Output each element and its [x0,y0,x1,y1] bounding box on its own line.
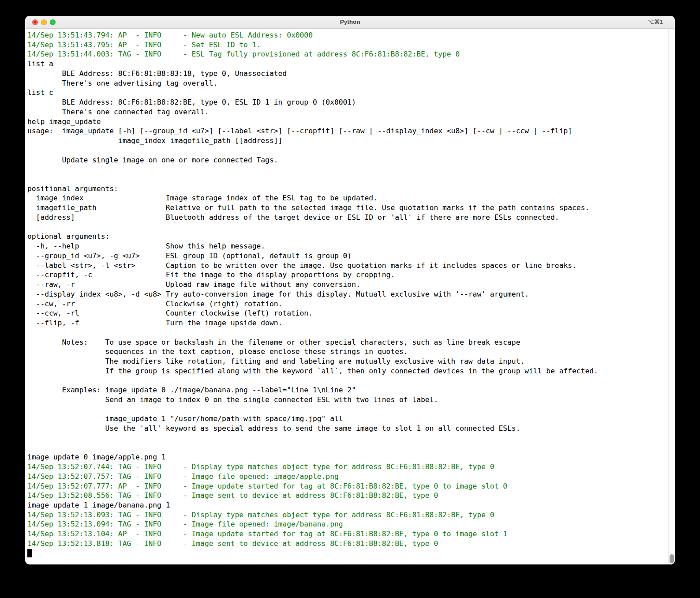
window-shortcut-hint: ⌥⌘1 [648,16,663,28]
terminal-line [27,405,675,414]
terminal-line: --label <str>, -l <str> Caption to be wr… [27,261,675,271]
terminal-line [27,165,675,174]
terminal-content[interactable]: 14/Sep 13:51:43.794: AP - INFO - New aut… [25,29,675,564]
log-line: 14/Sep 13:52:13.093: TAG - INFO - Displa… [27,510,675,520]
terminal-line: --cropfit, -c Fit the image to the displ… [27,270,675,280]
log-line: 14/Sep 13:51:43.795: AP - INFO - Set ESL… [27,40,675,50]
terminal-line: BLE Address: 8C:F6:81:B8:83:18, type 0, … [27,69,675,79]
terminal-line: optional arguments: [27,232,675,241]
log-line: 14/Sep 13:52:07.757: TAG - INFO - Image … [27,472,675,481]
terminal-line: list c [27,88,675,98]
text-cursor [27,549,32,557]
terminal-line [27,443,675,453]
terminal-line: --ccw, -rl Counter clockwise (left) rota… [27,308,675,318]
log-line: 14/Sep 13:52:13.104: AP - INFO - Image u… [27,529,675,539]
terminal-line: --raw, -r Upload raw image file without … [27,280,675,290]
terminal-line [27,174,675,184]
log-line: 14/Sep 13:52:13.094: TAG - INFO - Image … [27,519,675,529]
vertical-scrollbar[interactable] [668,29,675,564]
terminal-line: If the group is specified along with the… [27,366,675,376]
log-line: 14/Sep 13:52:13.818: TAG - INFO - Image … [27,539,675,549]
log-line: 14/Sep 13:51:43.794: AP - INFO - New aut… [27,30,675,40]
terminal-line [27,328,675,338]
terminal-line: usage: image_update [-h] [--group_id <u7… [27,126,675,136]
terminal-line: image_index imagefile_path [[address]] [27,136,675,146]
terminal-line [27,433,675,443]
prompt-line [27,549,675,558]
terminal-line: BLE Address: 8C:F6:81:B8:82:BE, type 0, … [27,98,675,107]
window-titlebar[interactable]: Python ⌥⌘1 [25,16,675,29]
terminal-line [27,222,675,232]
log-line: 14/Sep 13:52:08.556: TAG - INFO - Image … [27,491,675,500]
scrollbar-thumb[interactable] [670,554,674,563]
terminal-line: Send an image to index 0 on the single c… [27,395,675,405]
terminal-line: imagefile_path Relative or full path to … [27,203,675,213]
terminal-output: 14/Sep 13:51:43.794: AP - INFO - New aut… [27,30,675,558]
python-terminal-window: Python ⌥⌘1 14/Sep 13:51:43.794: AP - INF… [25,16,675,564]
terminal-line: positional arguments: [27,184,675,194]
terminal-line: Update single image on one or more conne… [27,155,675,165]
terminal-line: --flip, -f Turn the image upside down. [27,318,675,328]
log-line: 14/Sep 13:52:07.744: TAG - INFO - Displa… [27,462,675,472]
terminal-line: Use the 'all' keyword as special address… [27,424,675,433]
terminal-line: Examples: image_update 0 ./image/banana.… [27,385,675,395]
terminal-line: --display_index <u8>, -d <u8> Try auto-c… [27,290,675,299]
terminal-line: image_index Image storage index of the E… [27,193,675,203]
terminal-line: The modifiers like rotation, fitting and… [27,357,675,366]
terminal-line: image_update 1 image/banana.png 1 [27,500,675,510]
terminal-line: list a [27,59,675,69]
terminal-line: --cw, -rr Clockwise (right) rotation. [27,299,675,309]
log-line: 14/Sep 13:51:44.003: TAG - INFO - ESL Ta… [27,49,675,59]
terminal-line: There's one connected tag overall. [27,107,675,117]
terminal-line [27,376,675,385]
terminal-line: Notes: To use space or backslash in the … [27,338,675,347]
terminal-line: [address] Bluetooth address of the targe… [27,213,675,222]
terminal-line: help image_update [27,117,675,127]
terminal-line: image_update 0 image/apple.png 1 [27,452,675,462]
terminal-line: There's one advertising tag overall. [27,79,675,88]
terminal-line [27,146,675,155]
terminal-line: --group_id <u7>, -g <u7> ESL group ID (o… [27,251,675,261]
terminal-line: sequences in the text caption, please en… [27,347,675,357]
window-title: Python [25,16,675,28]
log-line: 14/Sep 13:52:07.777: AP - INFO - Image u… [27,481,675,491]
terminal-line: image_update 1 "/user/home/path with spa… [27,414,675,424]
terminal-line: -h, --help Show this help message. [27,241,675,251]
